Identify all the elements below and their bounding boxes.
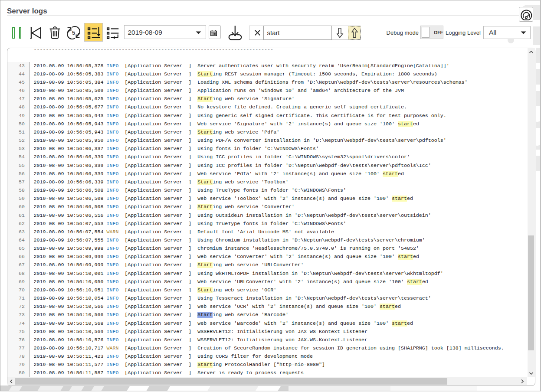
svg-text:5: 5 [72, 29, 75, 36]
